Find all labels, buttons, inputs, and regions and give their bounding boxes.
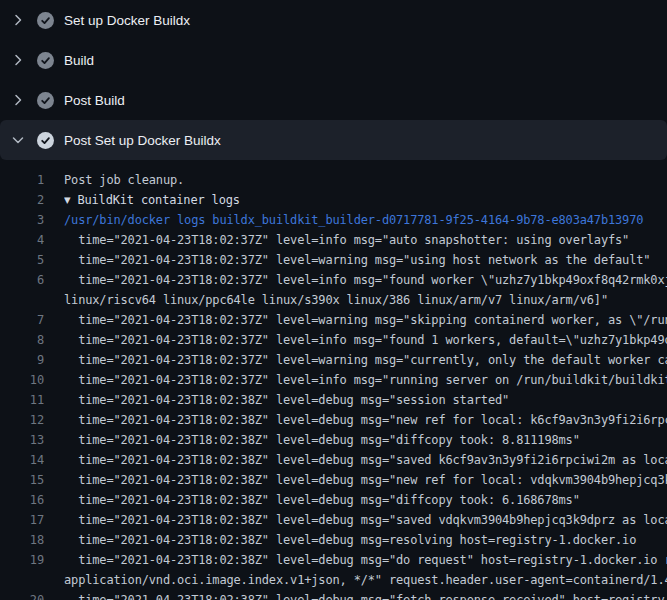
log-line-text: time="2021-04-23T18:02:38Z" level=debug … [64,553,667,567]
log-line: time="2021-04-23T18:02:37Z" level=warnin… [64,250,667,270]
log-line-text: time="2021-04-23T18:02:38Z" level=debug … [64,393,509,407]
check-circle-icon [37,92,54,109]
steps-list: Set up Docker Buildx Build Post Buil [0,0,667,160]
log-row: 9 time="2021-04-23T18:02:37Z" level=warn… [0,350,667,370]
log-line: Post job cleanup. [64,170,667,190]
log-line: application/vnd.oci.image.index.v1+json,… [64,570,667,590]
line-number[interactable]: 16 [0,490,44,510]
log-row: linux/riscv64 linux/ppc64le linux/s390x … [0,290,667,310]
log-row: 12 time="2021-04-23T18:02:38Z" level=deb… [0,410,667,430]
log-line: time="2021-04-23T18:02:38Z" level=debug … [64,470,667,490]
log-line: time="2021-04-23T18:02:38Z" level=debug … [64,410,667,430]
log-row: 15 time="2021-04-23T18:02:38Z" level=deb… [0,470,667,490]
workflow-log-viewer: Set up Docker Buildx Build Post Buil [0,0,667,600]
log-row: 6 time="2021-04-23T18:02:37Z" level=info… [0,270,667,290]
line-number[interactable]: 7 [0,310,44,330]
log-line: time="2021-04-23T18:02:38Z" level=debug … [64,530,667,550]
line-number[interactable]: 4 [0,230,44,250]
log-line: time="2021-04-23T18:02:38Z" level=debug … [64,430,667,450]
log-line-text: time="2021-04-23T18:02:37Z" level=info m… [64,273,667,287]
chevron-icon[interactable] [10,132,26,148]
line-number[interactable]: 17 [0,510,44,530]
log-row: 17 time="2021-04-23T18:02:38Z" level=deb… [0,510,667,530]
log-row: 5 time="2021-04-23T18:02:37Z" level=warn… [0,250,667,270]
line-number[interactable]: 2 [0,190,44,210]
log-row: 1 Post job cleanup. [0,170,667,190]
line-number[interactable]: 1 [0,170,44,190]
log-row: 8 time="2021-04-23T18:02:37Z" level=info… [0,330,667,350]
chevron-icon[interactable] [10,52,26,68]
log-line-text: linux/riscv64 linux/ppc64le linux/s390x … [64,293,608,307]
line-number[interactable]: 12 [0,410,44,430]
line-number[interactable]: 5 [0,250,44,270]
log-line-text: /usr/bin/docker logs buildx_buildkit_bui… [64,213,643,227]
log-line-text: time="2021-04-23T18:02:37Z" level=warnin… [64,313,667,327]
log-line: time="2021-04-23T18:02:37Z" level=info m… [64,270,667,290]
log-row: 11 time="2021-04-23T18:02:38Z" level=deb… [0,390,667,410]
step-label: Post Build [64,93,125,108]
line-number[interactable]: 19 [0,550,44,570]
line-number[interactable]: 13 [0,430,44,450]
log-line: time="2021-04-23T18:02:37Z" level=info m… [64,230,667,250]
log-line-text: time="2021-04-23T18:02:38Z" level=debug … [64,473,667,487]
log-line: time="2021-04-23T18:02:37Z" level=warnin… [64,310,667,330]
log-row: 20 time="2021-04-23T18:02:38Z" level=deb… [0,590,667,600]
log-row: 10 time="2021-04-23T18:02:37Z" level=inf… [0,370,667,390]
line-number[interactable]: 10 [0,370,44,390]
log-line-text: BuildKit container logs [77,193,240,207]
log-line: ▼BuildKit container logs [64,190,667,210]
line-number[interactable]: 14 [0,450,44,470]
log-line: linux/riscv64 linux/ppc64le linux/s390x … [64,290,667,310]
line-number[interactable]: 3 [0,210,44,230]
step-row[interactable]: Set up Docker Buildx [0,0,667,40]
log-row: 18 time="2021-04-23T18:02:38Z" level=deb… [0,530,667,550]
log-line: /usr/bin/docker logs buildx_buildkit_bui… [64,210,667,230]
chevron-icon[interactable] [10,12,26,28]
log-line-text: time="2021-04-23T18:02:38Z" level=debug … [64,433,580,447]
log-row: 14 time="2021-04-23T18:02:38Z" level=deb… [0,450,667,470]
log-line-text: time="2021-04-23T18:02:37Z" level=info m… [64,373,667,387]
line-number[interactable]: 15 [0,470,44,490]
log-line: time="2021-04-23T18:02:38Z" level=debug … [64,550,667,570]
line-number[interactable]: 9 [0,350,44,370]
log-row: 19 time="2021-04-23T18:02:38Z" level=deb… [0,550,667,570]
log-line: time="2021-04-23T18:02:37Z" level=warnin… [64,350,667,370]
log-line: time="2021-04-23T18:02:38Z" level=debug … [64,510,667,530]
group-toggle-icon[interactable]: ▼ [64,190,70,210]
log-row: 3 /usr/bin/docker logs buildx_buildkit_b… [0,210,667,230]
log-line-text: time="2021-04-23T18:02:38Z" level=debug … [64,493,580,507]
step-label: Build [64,53,94,68]
log-line-text: time="2021-04-23T18:02:37Z" level=info m… [64,333,667,347]
line-number[interactable] [0,570,44,590]
line-number[interactable]: 20 [0,590,44,600]
chevron-icon[interactable] [10,92,26,108]
log-line: time="2021-04-23T18:02:38Z" level=debug … [64,390,667,410]
log-line-text: time="2021-04-23T18:02:38Z" level=debug … [64,413,667,427]
check-circle-icon [37,52,54,69]
step-row[interactable]: Build [0,40,667,80]
step-label: Post Set up Docker Buildx [64,133,221,148]
log-section: 1 Post job cleanup. 2 ▼BuildKit containe… [0,160,667,600]
line-number[interactable] [0,290,44,310]
check-circle-icon [37,12,54,29]
log-line-text: time="2021-04-23T18:02:38Z" level=debug … [64,533,636,547]
line-number[interactable]: 18 [0,530,44,550]
line-number[interactable]: 6 [0,270,44,290]
log-line-text: application/vnd.oci.image.index.v1+json,… [64,573,667,587]
log-line-text: Post job cleanup. [64,173,184,187]
log-row: 7 time="2021-04-23T18:02:37Z" level=warn… [0,310,667,330]
log-line-text: time="2021-04-23T18:02:38Z" level=debug … [64,513,667,527]
log-row: application/vnd.oci.image.index.v1+json,… [0,570,667,590]
log-line: time="2021-04-23T18:02:38Z" level=debug … [64,450,667,470]
log-line-text: time="2021-04-23T18:02:38Z" level=debug … [64,593,667,600]
log-row: 4 time="2021-04-23T18:02:37Z" level=info… [0,230,667,250]
log-line-text: time="2021-04-23T18:02:37Z" level=warnin… [64,253,650,267]
step-row[interactable]: Post Set up Docker Buildx [0,120,667,160]
step-label: Set up Docker Buildx [64,13,190,28]
line-number[interactable]: 11 [0,390,44,410]
line-number[interactable]: 8 [0,330,44,350]
check-circle-icon [37,132,54,149]
log-line: time="2021-04-23T18:02:38Z" level=debug … [64,490,667,510]
step-row[interactable]: Post Build [0,80,667,120]
log-line: time="2021-04-23T18:02:37Z" level=info m… [64,330,667,350]
